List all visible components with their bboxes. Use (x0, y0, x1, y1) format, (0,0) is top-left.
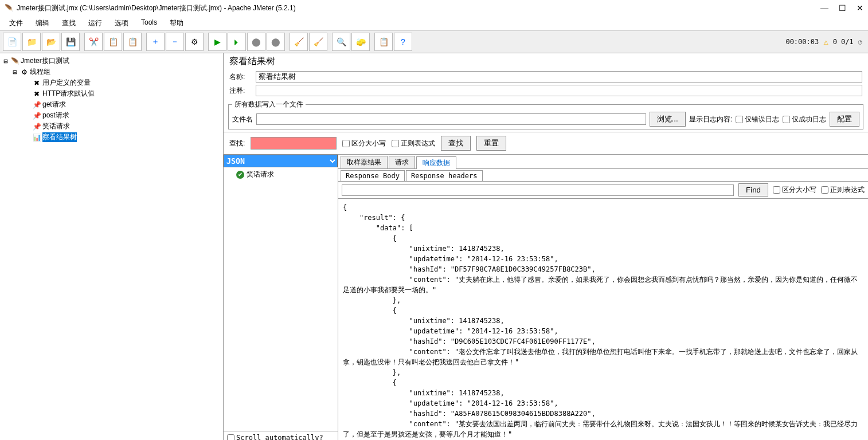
configure-button[interactable]: 配置 (830, 112, 859, 127)
tab-response-data[interactable]: 响应数据 (416, 156, 456, 169)
tree-item[interactable]: get请求 (42, 100, 66, 109)
window-title: Jmeter接口测试.jmx (C:\Users\admin\Desktop\J… (17, 3, 296, 13)
menu-bar: 文件 编辑 查找 运行 选项 Tools 帮助 (0, 16, 868, 30)
renderer-select[interactable]: JSON (224, 155, 338, 167)
response-body[interactable]: { "result": { "data": [ { "unixtime": 14… (338, 199, 868, 440)
result-tree[interactable]: ✔ 笑话请求 (224, 167, 338, 431)
copy-button[interactable]: 📋 (104, 33, 122, 51)
templates-button[interactable]: 📁 (22, 33, 41, 51)
comment-label: 注释: (229, 86, 252, 96)
subtab-body[interactable]: Response Body (341, 170, 405, 181)
open-button[interactable]: 📂 (42, 33, 60, 51)
cut-button[interactable]: ✂️ (84, 33, 103, 51)
result-tree-pane: JSON ✔ 笑话请求 Scroll automatically? (224, 155, 338, 440)
menu-search[interactable]: 查找 (56, 17, 81, 29)
reset-search-button[interactable]: 🧽 (351, 33, 370, 51)
stop-button[interactable]: ⬤ (247, 33, 265, 51)
test-plan-tree[interactable]: ⊟🪶Jmeter接口测试 ⊟⚙线程组 ✖用户定义的变量 ✖HTTP请求默认值 📌… (0, 53, 224, 440)
save-button[interactable]: 💾 (61, 33, 80, 51)
find-button[interactable]: Find (738, 183, 768, 197)
tree-root[interactable]: Jmeter接口测试 (21, 56, 69, 66)
only-success-checkbox[interactable] (783, 116, 790, 123)
tab-sampler-result[interactable]: 取样器结果 (341, 156, 388, 168)
app-icon: 🪶 (5, 4, 13, 12)
result-sample[interactable]: 笑话请求 (247, 170, 274, 179)
find-button[interactable]: 🔍 (332, 33, 350, 51)
menu-help[interactable]: 帮助 (164, 17, 189, 29)
search-row: 查找: 区分大小写 正则表达式 查找 重置 (224, 132, 868, 154)
tab-request[interactable]: 请求 (389, 156, 415, 168)
tree-item[interactable]: post请求 (42, 111, 69, 120)
tree-item[interactable]: HTTP请求默认值 (42, 89, 95, 99)
paste-button[interactable]: 📋 (123, 33, 142, 51)
file-fieldset: 所有数据写入一个文件 文件名 浏览... 显示日志内容: 仅错误日志 仅成功日志… (228, 100, 863, 129)
search-reset-button[interactable]: 重置 (476, 136, 506, 151)
new-button[interactable]: 📄 (3, 33, 21, 51)
panel-heading: 察看结果树 (224, 53, 868, 70)
search-input[interactable] (251, 137, 337, 150)
find-case-checkbox[interactable] (773, 186, 780, 194)
subtab-headers[interactable]: Response headers (406, 170, 483, 181)
shutdown-button[interactable]: ⬤ (267, 33, 285, 51)
help-button[interactable]: ? (394, 33, 412, 51)
minimize-button[interactable]: — (820, 3, 828, 13)
menu-tools[interactable]: Tools (135, 17, 163, 29)
search-case-checkbox[interactable] (342, 140, 350, 147)
toggle-button[interactable]: ⚙ (185, 33, 204, 51)
thread-counts: 0 0/1 (833, 38, 854, 46)
menu-options[interactable]: 选项 (109, 17, 134, 29)
clear-all-button[interactable]: 🧹 (309, 33, 327, 51)
search-find-button[interactable]: 查找 (441, 136, 471, 151)
search-regex-checkbox[interactable] (392, 140, 399, 147)
tree-item-selected[interactable]: 察看结果树 (42, 132, 77, 142)
menu-run[interactable]: 运行 (83, 17, 108, 29)
warning-icon: ⚠ (823, 37, 828, 46)
find-input[interactable] (342, 184, 734, 196)
comment-input[interactable] (256, 85, 862, 96)
add-button[interactable]: ＋ (146, 33, 165, 51)
success-icon: ✔ (236, 171, 244, 179)
file-legend: 所有数据写入一个文件 (232, 100, 306, 109)
remove-button[interactable]: － (166, 33, 184, 51)
browse-button[interactable]: 浏览... (650, 112, 686, 127)
name-label: 名称: (229, 72, 252, 82)
start-button[interactable]: ▶ (208, 33, 226, 51)
elapsed-time: 00:00:03 (785, 38, 819, 46)
title-bar: 🪶 Jmeter接口测试.jmx (C:\Users\admin\Desktop… (0, 0, 868, 16)
filename-input[interactable] (256, 113, 646, 125)
tree-thread-group[interactable]: 线程组 (30, 67, 50, 77)
start-no-timers-button[interactable]: ⏵ (228, 33, 246, 51)
filename-label: 文件名 (232, 115, 253, 124)
menu-file[interactable]: 文件 (3, 17, 29, 29)
toolbar: 📄 📁 📂 💾 ✂️ 📋 📋 ＋ － ⚙ ▶ ⏵ ⬤ ⬤ 🧹 🧹 🔍 🧽 📋 ?… (0, 30, 868, 53)
main-area: ⊟🪶Jmeter接口测试 ⊟⚙线程组 ✖用户定义的变量 ✖HTTP请求默认值 📌… (0, 53, 868, 440)
tree-item[interactable]: 用户定义的变量 (42, 78, 91, 88)
status-icon: ◔ (858, 38, 862, 46)
function-helper-button[interactable]: 📋 (374, 33, 393, 51)
clear-button[interactable]: 🧹 (290, 33, 308, 51)
response-area: 取样器结果 请求 响应数据 Response Body Response hea… (338, 155, 868, 440)
tree-item[interactable]: 笑话请求 (42, 121, 70, 131)
menu-edit[interactable]: 编辑 (30, 17, 55, 29)
name-input[interactable] (256, 71, 862, 82)
search-label: 查找: (229, 139, 245, 148)
maximize-button[interactable]: ☐ (839, 3, 846, 13)
close-button[interactable]: ✕ (857, 3, 863, 13)
scroll-auto-checkbox[interactable] (227, 434, 234, 441)
content-pane: 察看结果树 名称: 注释: 所有数据写入一个文件 文件名 浏览... 显示日志内… (224, 53, 868, 440)
show-log-label: 显示日志内容: (689, 115, 732, 124)
only-error-checkbox[interactable] (736, 116, 743, 123)
find-regex-checkbox[interactable] (821, 186, 828, 194)
